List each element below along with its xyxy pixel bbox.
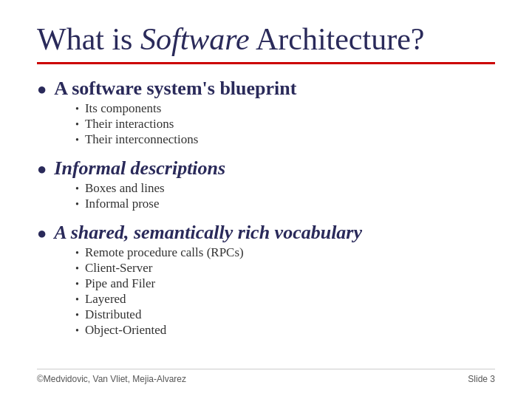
sub-dot-2-2: •	[75, 199, 79, 211]
sub-dot-3-1: •	[75, 248, 79, 259]
bullet-dot-1: ●	[37, 81, 47, 98]
sub-bullet-2-2: • Informal prose	[75, 197, 495, 211]
sub-dot-3-5: •	[75, 310, 79, 321]
bullet-item-3: ● A shared, semantically rich vocabulary…	[37, 222, 495, 341]
sub-bullet-3-1: • Remote procedure calls (RPCs)	[75, 245, 495, 260]
title-suffix: Architecture?	[250, 22, 425, 56]
bullet-main-1: ● A software system's blueprint	[37, 78, 495, 100]
slide: What is Software Architecture? ● A softw…	[0, 0, 532, 399]
sub-text-1-3: Their interconnections	[85, 132, 198, 147]
sub-dot-3-3: •	[75, 279, 79, 290]
sub-dot-1-3: •	[75, 134, 79, 146]
sub-bullet-1-1: • Its components	[75, 101, 495, 116]
sub-dot-3-2: •	[75, 263, 79, 275]
sub-dot-3-6: •	[75, 325, 79, 337]
sub-bullets-2: • Boxes and lines • Informal prose	[75, 181, 495, 211]
title-italic: Software	[140, 22, 250, 56]
sub-bullet-3-2: • Client-Server	[75, 261, 495, 276]
footer-copyright: ©Medvidovic, Van Vliet, Mejia-Alvarez	[37, 374, 186, 384]
title-area: What is Software Architecture?	[37, 22, 495, 64]
sub-dot-3-4: •	[75, 294, 79, 306]
sub-bullet-2-1: • Boxes and lines	[75, 181, 495, 196]
content-area: ● A software system's blueprint • Its co…	[37, 78, 495, 369]
bullet-text-2: Informal descriptions	[54, 157, 225, 180]
sub-text-3-4: Layered	[85, 292, 126, 307]
sub-text-3-6: Object-Oriented	[85, 323, 166, 338]
bullet-dot-3: ●	[37, 225, 47, 242]
sub-bullet-3-6: • Object-Oriented	[75, 323, 495, 338]
sub-text-2-1: Boxes and lines	[85, 181, 165, 196]
bullet-text-3: A shared, semantically rich vocabulary	[54, 222, 362, 244]
sub-text-3-2: Client-Server	[85, 261, 153, 276]
sub-dot-1-2: •	[75, 119, 79, 131]
title-prefix: What is	[37, 22, 140, 56]
sub-bullet-1-3: • Their interconnections	[75, 132, 495, 147]
footer-slide-number: Slide 3	[468, 374, 495, 384]
sub-bullet-3-4: • Layered	[75, 292, 495, 307]
bullet-main-3: ● A shared, semantically rich vocabulary	[37, 222, 495, 244]
sub-text-1-1: Its components	[85, 101, 161, 116]
sub-text-3-5: Distributed	[85, 307, 142, 322]
sub-text-3-1: Remote procedure calls (RPCs)	[85, 245, 244, 260]
sub-bullet-1-2: • Their interactions	[75, 117, 495, 132]
sub-bullets-3: • Remote procedure calls (RPCs) • Client…	[75, 245, 495, 338]
sub-bullet-3-5: • Distributed	[75, 307, 495, 322]
sub-text-2-2: Informal prose	[85, 197, 160, 211]
bullet-main-2: ● Informal descriptions	[37, 157, 495, 180]
bullet-dot-2: ●	[37, 161, 47, 177]
sub-dot-1-1: •	[75, 103, 79, 115]
slide-title: What is Software Architecture?	[37, 22, 495, 56]
sub-bullets-1: • Its components • Their interactions • …	[75, 101, 495, 147]
sub-dot-2-1: •	[75, 183, 79, 195]
footer: ©Medvidovic, Van Vliet, Mejia-Alvarez Sl…	[37, 369, 495, 384]
sub-bullet-3-3: • Pipe and Filer	[75, 276, 495, 291]
bullet-item-2: ● Informal descriptions • Boxes and line…	[37, 157, 495, 214]
sub-text-3-3: Pipe and Filer	[85, 276, 155, 291]
bullet-text-1: A software system's blueprint	[54, 78, 296, 100]
bullet-item-1: ● A software system's blueprint • Its co…	[37, 78, 495, 150]
sub-text-1-2: Their interactions	[85, 117, 174, 132]
